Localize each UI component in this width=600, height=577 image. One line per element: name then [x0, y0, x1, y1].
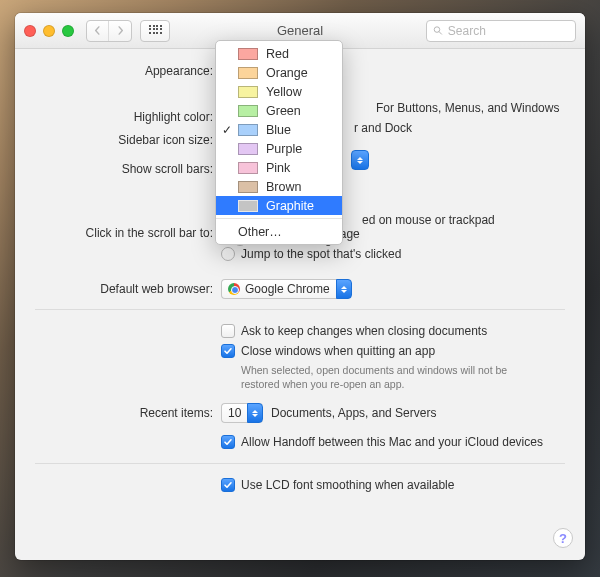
back-button[interactable] [87, 21, 109, 41]
popup-value: Google Chrome [245, 282, 330, 296]
search-input[interactable] [448, 24, 569, 38]
label-browser: Default web browser: [35, 279, 221, 296]
forward-button[interactable] [109, 21, 131, 41]
checkbox-label: Ask to keep changes when closing documen… [241, 324, 487, 338]
svg-line-1 [439, 32, 441, 34]
label-highlight: Highlight color: [35, 107, 221, 124]
check-icon: ✓ [222, 123, 232, 137]
menu-item-brown[interactable]: Brown [216, 177, 342, 196]
swatch-icon [238, 105, 258, 117]
menu-item-label: Brown [266, 180, 301, 194]
checkbox-icon [221, 435, 235, 449]
search-icon [433, 25, 443, 36]
checkbox-handoff[interactable]: Allow Handoff between this Mac and your … [221, 433, 565, 451]
menu-item-label: Purple [266, 142, 302, 156]
checkbox-close-windows[interactable]: Close windows when quitting an app [221, 342, 565, 360]
chrome-icon [228, 283, 240, 295]
menu-item-label: Red [266, 47, 289, 61]
menu-item-label: Pink [266, 161, 290, 175]
close-windows-note: When selected, open documents and window… [241, 362, 541, 391]
checkbox-ask-keep-changes[interactable]: Ask to keep changes when closing documen… [221, 322, 565, 340]
radio-label: Jump to the spot that's clicked [241, 247, 401, 261]
appearance-note: For Buttons, Menus, and Windows [376, 101, 559, 115]
menu-item-label: Other… [238, 225, 282, 239]
separator [35, 463, 565, 464]
label-clickin: Click in the scroll bar to: [35, 223, 221, 240]
menu-item-label: Orange [266, 66, 308, 80]
menu-item-other[interactable]: Other… [216, 222, 342, 241]
menu-item-label: Green [266, 104, 301, 118]
label-appearance: Appearance: [35, 61, 221, 78]
swatch-icon [238, 162, 258, 174]
swatch-icon [238, 200, 258, 212]
separator [35, 309, 565, 310]
show-all-button[interactable] [140, 20, 170, 42]
help-icon: ? [559, 531, 567, 546]
traffic-lights [24, 25, 74, 37]
search-field[interactable] [426, 20, 576, 42]
menu-item-red[interactable]: Red [216, 44, 342, 63]
menu-item-label: Blue [266, 123, 291, 137]
swatch-icon [238, 181, 258, 193]
label-scrollbars: Show scroll bars: [35, 159, 221, 176]
label-recent: Recent items: [35, 403, 221, 420]
zoom-icon[interactable] [62, 25, 74, 37]
swatch-icon [238, 143, 258, 155]
minimize-icon[interactable] [43, 25, 55, 37]
menu-item-label: Yellow [266, 85, 302, 99]
menu-item-graphite[interactable]: Graphite [216, 196, 342, 215]
scrollbars-note-fragment: ed on mouse or trackpad [362, 213, 495, 227]
stepper-icon [336, 279, 352, 299]
menu-item-blue[interactable]: ✓ Blue [216, 120, 342, 139]
label-sidebar: Sidebar icon size: [35, 130, 221, 147]
menu-item-yellow[interactable]: Yellow [216, 82, 342, 101]
swatch-icon [238, 48, 258, 60]
close-icon[interactable] [24, 25, 36, 37]
nav-back-forward [86, 20, 132, 42]
radio-jump-spot[interactable]: Jump to the spot that's clicked [221, 245, 565, 263]
menu-item-label: Graphite [266, 199, 314, 213]
checkbox-lcd-smoothing[interactable]: Use LCD font smoothing when available [221, 476, 565, 494]
recent-items-suffix: Documents, Apps, and Servers [271, 406, 436, 420]
highlight-popup-cap[interactable] [351, 150, 369, 170]
stepper-icon [247, 403, 263, 423]
checkbox-icon [221, 478, 235, 492]
swatch-icon [238, 124, 258, 136]
menu-item-pink[interactable]: Pink [216, 158, 342, 177]
menu-item-orange[interactable]: Orange [216, 63, 342, 82]
highlight-color-menu: Red Orange Yellow Green ✓ Blue Purple Pi… [215, 40, 343, 245]
swatch-icon [238, 86, 258, 98]
popup-value: 10 [228, 406, 241, 420]
checkbox-icon [221, 324, 235, 338]
checkbox-label: Close windows when quitting an app [241, 344, 435, 358]
help-button[interactable]: ? [553, 528, 573, 548]
checkbox-label: Use LCD font smoothing when available [241, 478, 454, 492]
menu-item-green[interactable]: Green [216, 101, 342, 120]
menu-separator [216, 218, 342, 219]
menu-item-purple[interactable]: Purple [216, 139, 342, 158]
default-browser-popup[interactable]: Google Chrome [221, 279, 351, 299]
menubar-note-fragment: r and Dock [354, 121, 412, 135]
grid-icon [149, 25, 161, 37]
recent-items-popup[interactable]: 10 [221, 403, 263, 423]
swatch-icon [238, 67, 258, 79]
radio-icon [221, 247, 235, 261]
checkbox-icon [221, 344, 235, 358]
checkbox-label: Allow Handoff between this Mac and your … [241, 435, 543, 449]
